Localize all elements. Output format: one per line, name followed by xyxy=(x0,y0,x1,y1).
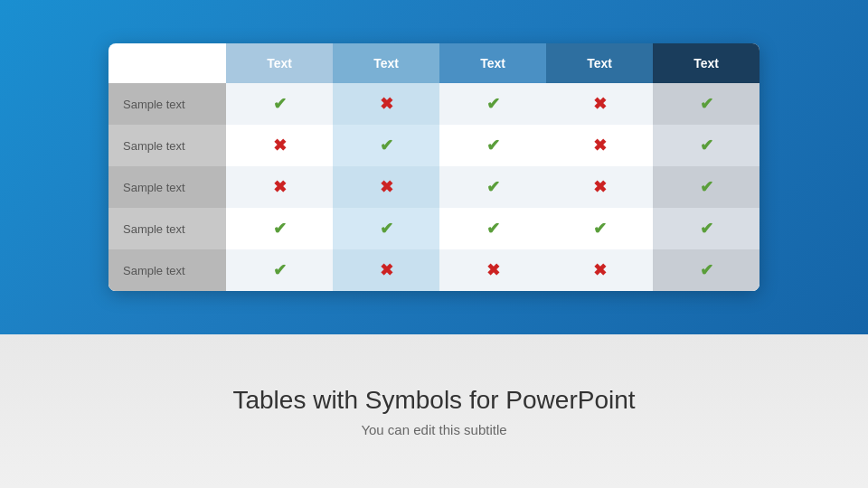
top-section: Text Text Text Text Text Sample text✔✖✔✖… xyxy=(0,0,868,334)
check-icon: ✔ xyxy=(700,261,713,279)
check-cell: ✔ xyxy=(333,208,439,249)
header-col-5: Text xyxy=(653,43,760,83)
check-icon: ✔ xyxy=(380,136,393,155)
cross-cell: ✖ xyxy=(226,125,333,166)
check-icon: ✔ xyxy=(486,136,500,155)
check-icon: ✔ xyxy=(486,220,500,238)
cross-icon: ✖ xyxy=(593,261,607,279)
cross-icon: ✖ xyxy=(273,136,287,155)
table-row: Sample text✔✖✖✖✔ xyxy=(108,249,760,291)
cross-cell: ✖ xyxy=(439,249,546,291)
cross-icon: ✖ xyxy=(486,261,500,279)
table-row: Sample text✖✔✔✖✔ xyxy=(108,125,760,166)
check-cell: ✔ xyxy=(439,125,546,166)
page-subtitle: You can edit this subtitle xyxy=(361,422,506,437)
check-icon: ✔ xyxy=(486,178,500,196)
check-icon: ✔ xyxy=(486,95,500,113)
row-label: Sample text xyxy=(108,125,226,166)
cross-cell: ✖ xyxy=(546,166,653,208)
table-row: Sample text✔✔✔✔✔ xyxy=(108,208,760,249)
check-cell: ✔ xyxy=(653,208,760,249)
cross-icon: ✖ xyxy=(273,178,287,196)
cross-cell: ✖ xyxy=(546,125,653,166)
row-label: Sample text xyxy=(108,83,226,125)
table-row: Sample text✖✖✔✖✔ xyxy=(108,166,760,208)
cross-icon: ✖ xyxy=(380,95,393,113)
check-icon: ✔ xyxy=(273,95,287,113)
cross-icon: ✖ xyxy=(593,178,607,196)
cross-icon: ✖ xyxy=(380,178,393,196)
header-col-1: Text xyxy=(226,43,333,83)
row-label: Sample text xyxy=(108,166,226,208)
check-icon: ✔ xyxy=(700,136,713,155)
check-cell: ✔ xyxy=(439,166,546,208)
check-cell: ✔ xyxy=(653,249,760,291)
check-icon: ✔ xyxy=(273,220,287,238)
cross-cell: ✖ xyxy=(546,249,653,291)
header-col-2: Text xyxy=(333,43,439,83)
cross-icon: ✖ xyxy=(593,95,607,113)
check-icon: ✔ xyxy=(700,220,713,238)
cross-icon: ✖ xyxy=(593,136,607,155)
check-icon: ✔ xyxy=(700,95,713,113)
comparison-table: Text Text Text Text Text Sample text✔✖✔✖… xyxy=(108,43,760,291)
check-cell: ✔ xyxy=(653,83,760,125)
comparison-card: Text Text Text Text Text Sample text✔✖✔✖… xyxy=(108,43,760,291)
bottom-section: Tables with Symbols for PowerPoint You c… xyxy=(0,334,868,488)
row-label: Sample text xyxy=(108,249,226,291)
check-cell: ✔ xyxy=(546,208,653,249)
page-title: Tables with Symbols for PowerPoint xyxy=(232,386,635,415)
check-icon: ✔ xyxy=(273,261,287,279)
cross-cell: ✖ xyxy=(333,83,439,125)
check-cell: ✔ xyxy=(653,166,760,208)
cross-cell: ✖ xyxy=(546,83,653,125)
check-icon: ✔ xyxy=(700,178,713,196)
cross-cell: ✖ xyxy=(226,166,333,208)
check-cell: ✔ xyxy=(653,125,760,166)
table-row: Sample text✔✖✔✖✔ xyxy=(108,83,760,125)
header-col-4: Text xyxy=(546,43,653,83)
check-cell: ✔ xyxy=(226,208,333,249)
row-label: Sample text xyxy=(108,208,226,249)
check-cell: ✔ xyxy=(226,249,333,291)
cross-cell: ✖ xyxy=(333,166,439,208)
header-label-col xyxy=(108,43,226,83)
check-icon: ✔ xyxy=(380,220,393,238)
check-cell: ✔ xyxy=(333,125,439,166)
cross-cell: ✖ xyxy=(333,249,439,291)
header-col-3: Text xyxy=(439,43,546,83)
check-cell: ✔ xyxy=(439,83,546,125)
check-cell: ✔ xyxy=(226,83,333,125)
cross-icon: ✖ xyxy=(380,261,393,279)
check-icon: ✔ xyxy=(593,220,607,238)
check-cell: ✔ xyxy=(439,208,546,249)
